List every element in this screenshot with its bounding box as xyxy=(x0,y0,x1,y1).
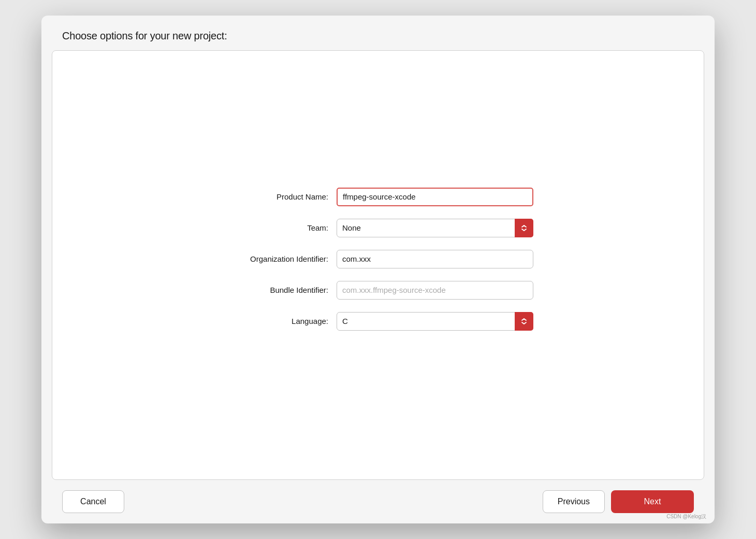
language-row: Language: C xyxy=(223,312,533,331)
dialog-title: Choose options for your new project: xyxy=(62,30,694,42)
bundle-identifier-row: Bundle Identifier: xyxy=(223,281,533,300)
footer-right: Previous Next xyxy=(543,490,694,513)
team-select[interactable]: None xyxy=(337,219,533,237)
org-identifier-label: Organization Identifier: xyxy=(223,254,337,263)
product-name-label: Product Name: xyxy=(223,192,337,201)
dialog-content: Product Name: Team: None xyxy=(52,50,704,480)
team-label: Team: xyxy=(223,223,337,232)
watermark: CSDN @Kelog汉 xyxy=(666,513,706,520)
org-identifier-row: Organization Identifier: xyxy=(223,250,533,268)
next-button[interactable]: Next xyxy=(611,490,694,513)
new-project-dialog: Choose options for your new project: Pro… xyxy=(41,16,715,523)
footer-left: Cancel xyxy=(62,490,124,513)
team-select-wrapper: None xyxy=(337,219,533,237)
product-name-input[interactable] xyxy=(337,188,533,206)
language-select-wrapper: C xyxy=(337,312,533,331)
form-container: Product Name: Team: None xyxy=(223,188,533,343)
product-name-row: Product Name: xyxy=(223,188,533,206)
team-row: Team: None xyxy=(223,219,533,237)
previous-button[interactable]: Previous xyxy=(543,490,605,513)
language-select[interactable]: C xyxy=(337,312,533,331)
dialog-footer: Cancel Previous Next xyxy=(41,480,715,523)
cancel-button[interactable]: Cancel xyxy=(62,490,124,513)
bundle-identifier-label: Bundle Identifier: xyxy=(223,286,337,294)
language-label: Language: xyxy=(223,317,337,325)
dialog-header: Choose options for your new project: xyxy=(41,16,715,50)
bundle-identifier-input xyxy=(337,281,533,300)
org-identifier-input[interactable] xyxy=(337,250,533,268)
